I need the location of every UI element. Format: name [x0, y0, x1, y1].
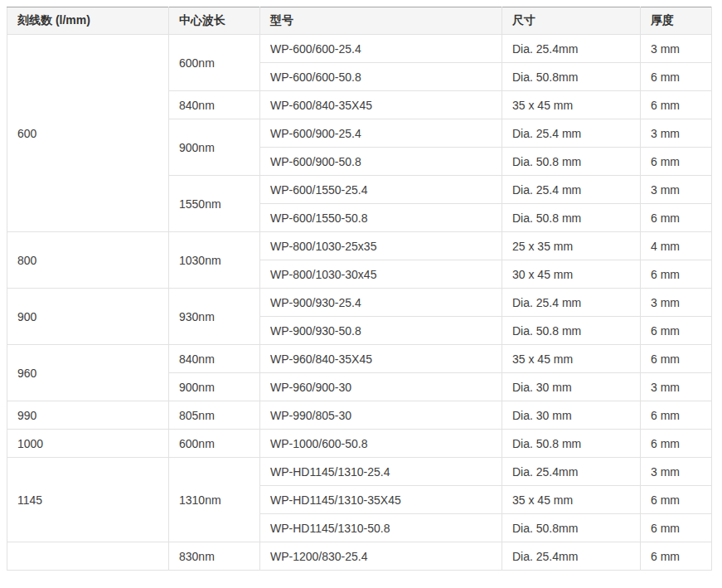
thickness-cell: 3 mm [641, 458, 712, 486]
wavelength-cell: 600nm [169, 430, 260, 458]
model-cell: WP-960/900-30 [260, 373, 502, 401]
model-cell: WP-1200/830-25.4 [260, 542, 502, 571]
model-cell: WP-600/900-25.4 [260, 119, 502, 148]
lines-cell: 1145 [7, 458, 169, 542]
size-cell: 35 x 45 mm [502, 91, 641, 119]
size-cell: Dia. 25.4 mm [502, 289, 641, 317]
table-row: 11451310nmWP-HD1145/1310-25.4Dia. 25.4mm… [7, 458, 712, 486]
table-row: 1000600nmWP-1000/600-50.8Dia. 50.8 mm6 m… [7, 430, 712, 458]
lines-cell [7, 542, 169, 571]
table-row: 900930nmWP-900/930-25.4Dia. 25.4 mm3 mm [7, 289, 712, 317]
size-cell: Dia. 25.4 mm [502, 119, 641, 148]
size-cell: Dia. 25.4mm [502, 542, 641, 571]
spec-table-body: 600600nmWP-600/600-25.4Dia. 25.4mm3 mmWP… [7, 35, 712, 571]
thickness-cell: 3 mm [641, 35, 712, 63]
thickness-cell: 6 mm [641, 401, 712, 430]
thickness-cell: 6 mm [641, 542, 712, 571]
model-cell: WP-990/805-30 [260, 401, 502, 430]
column-header-lines: 刻线数 (l/mm) [7, 7, 169, 35]
wavelength-cell: 600nm [169, 35, 260, 91]
size-cell: Dia. 50.8 mm [502, 148, 641, 176]
spec-table-container: 刻线数 (l/mm) 中心波长 型号 尺寸 厚度 600600nmWP-600/… [7, 7, 711, 571]
size-cell: Dia. 50.8 mm [502, 317, 641, 345]
model-cell: WP-HD1145/1310-50.8 [260, 514, 502, 542]
size-cell: 25 x 35 mm [502, 232, 641, 260]
wavelength-cell: 840nm [169, 345, 260, 373]
model-cell: WP-600/1550-50.8 [260, 204, 502, 232]
thickness-cell: 6 mm [641, 317, 712, 345]
size-cell: Dia. 30 mm [502, 373, 641, 401]
column-header-thickness: 厚度 [641, 7, 712, 35]
model-cell: WP-900/930-25.4 [260, 289, 502, 317]
model-cell: WP-800/1030-25x35 [260, 232, 502, 260]
table-row: 8001030nmWP-800/1030-25x3525 x 35 mm4 mm [7, 232, 712, 260]
lines-cell: 990 [7, 401, 169, 430]
size-cell: 30 x 45 mm [502, 260, 641, 289]
thickness-cell: 3 mm [641, 119, 712, 148]
thickness-cell: 4 mm [641, 232, 712, 260]
column-header-size: 尺寸 [502, 7, 641, 35]
model-cell: WP-600/900-50.8 [260, 148, 502, 176]
lines-cell: 600 [7, 35, 169, 232]
thickness-cell: 3 mm [641, 289, 712, 317]
model-cell: WP-600/840-35X45 [260, 91, 502, 119]
spec-table-head: 刻线数 (l/mm) 中心波长 型号 尺寸 厚度 [7, 7, 712, 35]
spec-table: 刻线数 (l/mm) 中心波长 型号 尺寸 厚度 600600nmWP-600/… [7, 7, 712, 571]
column-header-wavelength: 中心波长 [169, 7, 260, 35]
wavelength-cell: 1030nm [169, 232, 260, 289]
thickness-cell: 6 mm [641, 486, 712, 514]
lines-cell: 800 [7, 232, 169, 289]
size-cell: Dia. 25.4 mm [502, 176, 641, 204]
model-cell: WP-HD1145/1310-25.4 [260, 458, 502, 486]
thickness-cell: 6 mm [641, 514, 712, 542]
table-row: 600600nmWP-600/600-25.4Dia. 25.4mm3 mm [7, 35, 712, 63]
size-cell: Dia. 30 mm [502, 401, 641, 430]
table-row: 990805nmWP-990/805-30Dia. 30 mm6 mm [7, 401, 712, 430]
wavelength-cell: 805nm [169, 401, 260, 430]
wavelength-cell: 1310nm [169, 458, 260, 542]
size-cell: Dia. 50.8 mm [502, 204, 641, 232]
header-row: 刻线数 (l/mm) 中心波长 型号 尺寸 厚度 [7, 7, 712, 35]
thickness-cell: 6 mm [641, 91, 712, 119]
size-cell: 35 x 45 mm [502, 345, 641, 373]
model-cell: WP-600/1550-25.4 [260, 176, 502, 204]
thickness-cell: 6 mm [641, 148, 712, 176]
wavelength-cell: 1550nm [169, 176, 260, 232]
wavelength-cell: 930nm [169, 289, 260, 345]
lines-cell: 1000 [7, 430, 169, 458]
table-row: 960840nmWP-960/840-35X4535 x 45 mm6 mm [7, 345, 712, 373]
model-cell: WP-600/600-50.8 [260, 63, 502, 91]
thickness-cell: 6 mm [641, 260, 712, 289]
size-cell: Dia. 50.8mm [502, 514, 641, 542]
model-cell: WP-960/840-35X45 [260, 345, 502, 373]
wavelength-cell: 840nm [169, 91, 260, 119]
model-cell: WP-HD1145/1310-35X45 [260, 486, 502, 514]
table-row: 830nmWP-1200/830-25.4Dia. 25.4mm6 mm [7, 542, 712, 571]
thickness-cell: 6 mm [641, 204, 712, 232]
thickness-cell: 6 mm [641, 63, 712, 91]
thickness-cell: 3 mm [641, 373, 712, 401]
lines-cell: 960 [7, 345, 169, 401]
model-cell: WP-1000/600-50.8 [260, 430, 502, 458]
wavelength-cell: 830nm [169, 542, 260, 571]
size-cell: Dia. 25.4mm [502, 458, 641, 486]
size-cell: Dia. 50.8 mm [502, 430, 641, 458]
wavelength-cell: 900nm [169, 119, 260, 176]
model-cell: WP-900/930-50.8 [260, 317, 502, 345]
size-cell: Dia. 50.8mm [502, 63, 641, 91]
size-cell: Dia. 25.4mm [502, 35, 641, 63]
wavelength-cell: 900nm [169, 373, 260, 401]
model-cell: WP-800/1030-30x45 [260, 260, 502, 289]
thickness-cell: 3 mm [641, 176, 712, 204]
thickness-cell: 6 mm [641, 430, 712, 458]
size-cell: 35 x 45 mm [502, 486, 641, 514]
thickness-cell: 6 mm [641, 345, 712, 373]
column-header-model: 型号 [260, 7, 502, 35]
lines-cell: 900 [7, 289, 169, 345]
model-cell: WP-600/600-25.4 [260, 35, 502, 63]
